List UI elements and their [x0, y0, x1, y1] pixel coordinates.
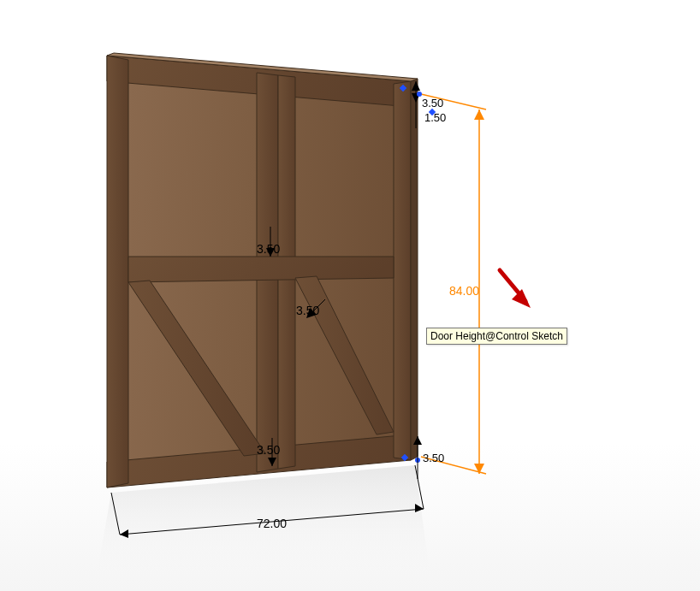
frame-left — [107, 56, 128, 488]
dim-height-value[interactable]: 84.00 — [449, 284, 479, 298]
model-canvas — [0, 0, 700, 591]
dim-brace-value[interactable]: 3.50 — [296, 304, 319, 317]
frame-right — [394, 81, 411, 460]
dim-top2-value[interactable]: 1.50 — [424, 111, 446, 124]
dim-width-value[interactable]: 72.00 — [257, 517, 287, 530]
annotation-arrow — [500, 270, 531, 308]
dim-bottomrail-value[interactable]: 3.50 — [257, 443, 280, 457]
svg-marker-8 — [474, 109, 484, 120]
edge-right — [411, 79, 418, 460]
dimension-tooltip: Door Height@Control Sketch — [426, 328, 567, 345]
dim-bottom-small-value[interactable]: 3.50 — [423, 452, 444, 464]
dim-top1-value[interactable]: 3.50 — [422, 97, 443, 109]
dim-midrail-value[interactable]: 3.50 — [257, 242, 280, 256]
cad-viewport[interactable]: 72.00 84.00 3.50 3.50 3.50 3.50 1.50 3.5… — [0, 0, 700, 591]
mid-rail — [128, 257, 394, 282]
svg-marker-27 — [512, 289, 531, 308]
svg-marker-9 — [474, 464, 484, 474]
